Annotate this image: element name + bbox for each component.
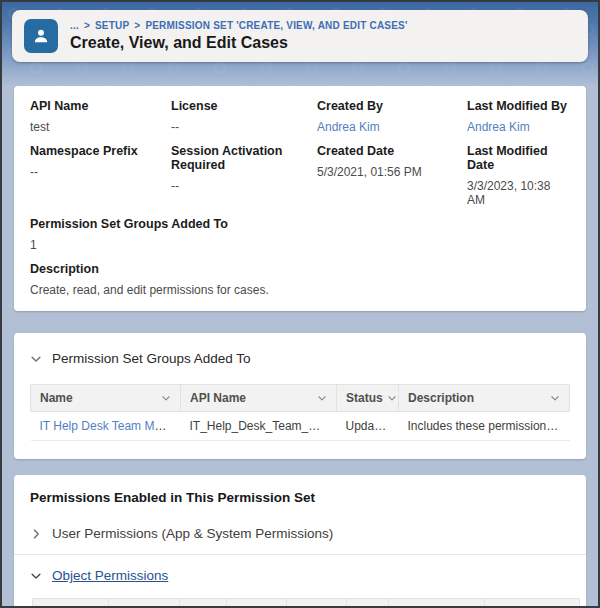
column-header-description[interactable]: Description: [399, 385, 570, 412]
field-label: Last Modified Date: [467, 144, 570, 172]
field-license: License --: [171, 99, 313, 134]
permissions-enabled-title: Permissions Enabled in This Permission S…: [14, 475, 586, 513]
breadcrumb-separator: >: [134, 20, 140, 31]
object-permissions-link[interactable]: Object Permissions: [52, 568, 168, 583]
breadcrumb-item-setup[interactable]: SETUP: [95, 20, 129, 31]
psg-table-row: IT Help Desk Team Member IT_Help_Desk_Te…: [31, 412, 570, 441]
chevron-down-icon[interactable]: [387, 393, 397, 403]
field-namespace-prefix: Namespace Prefix --: [30, 144, 167, 207]
chevron-down-icon[interactable]: [550, 393, 560, 403]
field-last-modified-date: Last Modified Date 3/3/2023, 10:38 AM: [467, 144, 570, 207]
field-created-by: Created By Andrea Kim: [317, 99, 463, 134]
psg-status-cell: Updated: [337, 412, 399, 441]
field-last-modified-by: Last Modified By Andrea Kim: [467, 99, 570, 134]
object-permissions-table-wrapper: Object N... Object A... Read Create: [14, 596, 586, 608]
breadcrumb-item-permission-set[interactable]: PERMISSION SET 'CREATE, VIEW, AND EDIT C…: [145, 20, 407, 31]
chevron-down-icon[interactable]: [161, 393, 171, 403]
column-header-modify-all-records: Modify All Records: [389, 599, 485, 608]
field-value: 1: [30, 238, 570, 252]
user-permissions-section-toggle[interactable]: User Permissions (App & System Permissio…: [14, 513, 586, 554]
page-header-card: ... > SETUP > PERMISSION SET 'CREATE, VI…: [12, 10, 588, 62]
column-header-object-name[interactable]: Object N...: [33, 599, 109, 608]
field-label: Description: [30, 262, 570, 276]
psg-table-header-row: Name API Name Status: [31, 385, 570, 412]
last-modified-by-user-link[interactable]: Andrea Kim: [467, 120, 530, 134]
setup-permission-set-page: ... > SETUP > PERMISSION SET 'CREATE, VI…: [0, 0, 600, 608]
column-header-edit: Edit: [347, 599, 389, 608]
field-created-date: Created Date 5/3/2021, 01:56 PM: [317, 144, 463, 207]
permission-set-detail-card: API Name test License -- Created By Andr…: [14, 86, 586, 311]
field-label: Last Modified By: [467, 99, 570, 113]
field-label: Created By: [317, 99, 463, 113]
breadcrumb-separator: >: [84, 20, 90, 31]
field-label: Session Activation Required: [171, 144, 313, 172]
field-label: Created Date: [317, 144, 463, 158]
chevron-down-icon[interactable]: [30, 353, 42, 365]
field-label: Namespace Prefix: [30, 144, 167, 158]
psg-added-to-card: Permission Set Groups Added To Name API …: [14, 333, 586, 459]
field-psg-added-to: Permission Set Groups Added To 1: [30, 217, 570, 252]
field-value: --: [171, 179, 313, 193]
psg-section-title: Permission Set Groups Added To: [52, 351, 251, 366]
psg-description-cell: Includes these permission sets: View...: [399, 412, 570, 441]
field-value: Create, read, and edit permissions for c…: [30, 283, 570, 297]
breadcrumb: ... > SETUP > PERMISSION SET 'CREATE, VI…: [70, 20, 408, 31]
field-label: API Name: [30, 99, 167, 113]
column-header-delete: Delete: [287, 599, 347, 608]
column-header-api-name[interactable]: API Name: [181, 385, 337, 412]
field-value: test: [30, 120, 167, 134]
psg-name-link[interactable]: IT Help Desk Team Member: [40, 419, 181, 433]
field-api-name: API Name test: [30, 99, 167, 134]
psg-section-header[interactable]: Permission Set Groups Added To: [30, 351, 570, 366]
column-header-create: Create: [227, 599, 287, 608]
column-header-view-all-records: View All Records: [485, 599, 580, 608]
chevron-right-icon[interactable]: [30, 528, 42, 540]
field-value: 3/3/2023, 10:38 AM: [467, 179, 570, 207]
column-header-name[interactable]: Name: [31, 385, 181, 412]
psg-api-name-cell: IT_Help_Desk_Team_Member: [181, 412, 337, 441]
column-header-read: Read: [180, 599, 227, 608]
object-table-header-row: Object N... Object A... Read Create: [33, 599, 580, 608]
created-by-user-link[interactable]: Andrea Kim: [317, 120, 380, 134]
field-value: --: [30, 165, 167, 179]
column-header-status[interactable]: Status: [337, 385, 399, 412]
object-permissions-section-toggle[interactable]: Object Permissions: [14, 554, 586, 596]
object-permissions-table: Object N... Object A... Read Create: [32, 598, 580, 608]
chevron-down-icon[interactable]: [317, 393, 327, 403]
chevron-down-icon[interactable]: [30, 570, 42, 582]
detail-fields-grid: API Name test License -- Created By Andr…: [30, 99, 570, 217]
field-label: Permission Set Groups Added To: [30, 217, 570, 231]
psg-table: Name API Name Status: [30, 384, 570, 441]
field-description: Description Create, read, and edit permi…: [30, 262, 570, 297]
field-value: 5/3/2021, 01:56 PM: [317, 165, 463, 179]
page-title: Create, View, and Edit Cases: [70, 34, 408, 52]
column-header-object-api-name[interactable]: Object A...: [109, 599, 180, 608]
breadcrumb-item-ellipsis[interactable]: ...: [70, 20, 79, 31]
permissions-enabled-card: Permissions Enabled in This Permission S…: [14, 475, 586, 608]
field-label: License: [171, 99, 313, 113]
field-session-activation-required: Session Activation Required --: [171, 144, 313, 207]
header-text-block: ... > SETUP > PERMISSION SET 'CREATE, VI…: [70, 20, 408, 52]
field-value: --: [171, 120, 313, 134]
user-permissions-label: User Permissions (App & System Permissio…: [52, 526, 333, 541]
permission-set-user-icon: [24, 19, 58, 53]
